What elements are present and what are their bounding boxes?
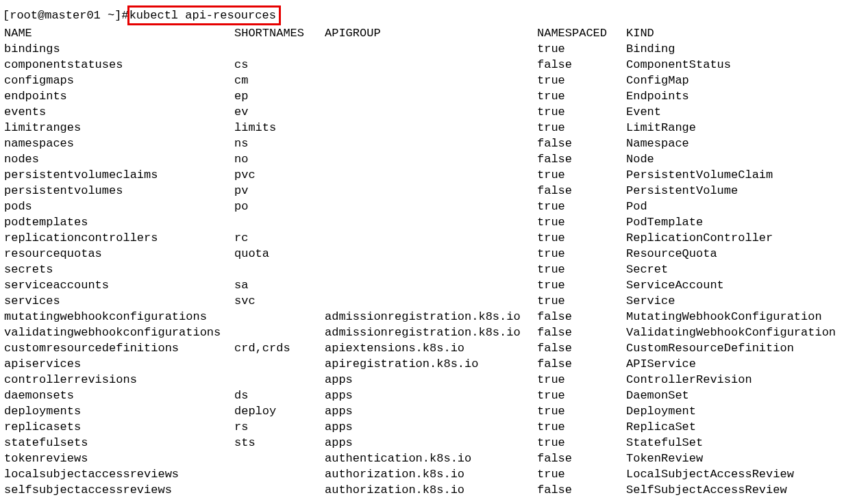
cell-ns: false bbox=[537, 325, 626, 340]
cell-name: endpoints bbox=[3, 88, 234, 104]
cell-kind: CustomResourceDefinition bbox=[626, 340, 841, 356]
cell-apigroup bbox=[325, 262, 537, 277]
cell-kind: ResourceQuota bbox=[626, 246, 841, 262]
cell-apigroup bbox=[325, 214, 537, 230]
table-row: namespacesnsfalseNamespace bbox=[3, 136, 841, 151]
cell-ns: false bbox=[537, 151, 626, 167]
cell-apigroup: apps bbox=[325, 435, 537, 451]
cell-ns: true bbox=[537, 262, 626, 277]
cell-short: deploy bbox=[234, 403, 325, 419]
cell-kind: Node bbox=[626, 151, 841, 167]
cell-short: rc bbox=[234, 230, 325, 246]
cell-short bbox=[234, 214, 325, 230]
cell-apigroup: apps bbox=[325, 419, 537, 435]
cell-apigroup bbox=[325, 104, 537, 120]
cell-short: cs bbox=[234, 57, 325, 73]
cell-short: po bbox=[234, 199, 325, 214]
cell-short bbox=[234, 451, 325, 466]
table-row: bindingstrueBinding bbox=[3, 41, 841, 57]
cell-kind: PersistentVolume bbox=[626, 183, 841, 199]
cell-apigroup bbox=[325, 277, 537, 293]
cell-ns: true bbox=[537, 372, 626, 388]
cell-ns: true bbox=[537, 419, 626, 435]
cell-short: sts bbox=[234, 435, 325, 451]
cell-short: svc bbox=[234, 293, 325, 309]
cell-name: localsubjectaccessreviews bbox=[3, 466, 234, 482]
header-short: SHORTNAMES bbox=[234, 25, 325, 41]
table-row: mutatingwebhookconfigurationsadmissionre… bbox=[3, 309, 841, 325]
cell-name: customresourcedefinitions bbox=[3, 340, 234, 356]
cell-kind: ControllerRevision bbox=[626, 372, 841, 388]
cell-name: secrets bbox=[3, 262, 234, 277]
cell-ns: true bbox=[537, 41, 626, 57]
cell-kind: ComponentStatus bbox=[626, 57, 841, 73]
table-row: componentstatusescsfalseComponentStatus bbox=[3, 57, 841, 73]
table-row: customresourcedefinitionscrd,crdsapiexte… bbox=[3, 340, 841, 356]
cell-name: pods bbox=[3, 199, 234, 214]
cell-ns: false bbox=[537, 482, 626, 498]
cell-kind: Pod bbox=[626, 199, 841, 214]
table-row: limitrangeslimitstrueLimitRange bbox=[3, 120, 841, 136]
cell-apigroup: authorization.k8s.io bbox=[325, 482, 537, 498]
command-text: kubectl api-resources bbox=[129, 9, 276, 22]
cell-short: sa bbox=[234, 277, 325, 293]
cell-apigroup: admissionregistration.k8s.io bbox=[325, 325, 537, 340]
table-row: eventsevtrueEvent bbox=[3, 104, 841, 120]
cell-name: limitranges bbox=[3, 120, 234, 136]
cell-short bbox=[234, 466, 325, 482]
cell-kind: APIService bbox=[626, 356, 841, 372]
table-row: selfsubjectaccessreviewsauthorization.k8… bbox=[3, 482, 841, 498]
cell-ns: true bbox=[537, 88, 626, 104]
cell-short bbox=[234, 41, 325, 57]
cell-name: bindings bbox=[3, 41, 234, 57]
cell-short: pv bbox=[234, 183, 325, 199]
cell-name: validatingwebhookconfigurations bbox=[3, 325, 234, 340]
table-row: replicasetsrsappstrueReplicaSet bbox=[3, 419, 841, 435]
cell-kind: SelfSubjectAccessReview bbox=[626, 482, 841, 498]
cell-name: configmaps bbox=[3, 73, 234, 88]
cell-short: ds bbox=[234, 388, 325, 403]
cell-name: replicasets bbox=[3, 419, 234, 435]
cell-kind: Event bbox=[626, 104, 841, 120]
cell-short bbox=[234, 372, 325, 388]
cell-apigroup: admissionregistration.k8s.io bbox=[325, 309, 537, 325]
cell-ns: true bbox=[537, 120, 626, 136]
table-row: controllerrevisionsappstrueControllerRev… bbox=[3, 372, 841, 388]
cell-short bbox=[234, 356, 325, 372]
cell-apigroup: authorization.k8s.io bbox=[325, 466, 537, 482]
cell-ns: true bbox=[537, 388, 626, 403]
cell-ns: true bbox=[537, 277, 626, 293]
table-row: apiservicesapiregistration.k8s.iofalseAP… bbox=[3, 356, 841, 372]
cell-kind: DaemonSet bbox=[626, 388, 841, 403]
cell-short: crd,crds bbox=[234, 340, 325, 356]
cell-ns: true bbox=[537, 466, 626, 482]
cell-short bbox=[234, 325, 325, 340]
cell-apigroup bbox=[325, 199, 537, 214]
cell-name: tokenreviews bbox=[3, 451, 234, 466]
header-name: NAME bbox=[3, 25, 234, 41]
cell-apigroup: apiregistration.k8s.io bbox=[325, 356, 537, 372]
header-ns: NAMESPACED bbox=[537, 25, 626, 41]
cell-name: selfsubjectaccessreviews bbox=[3, 482, 234, 498]
cell-name: statefulsets bbox=[3, 435, 234, 451]
cell-ns: true bbox=[537, 199, 626, 214]
cell-apigroup: apps bbox=[325, 403, 537, 419]
cell-kind: ServiceAccount bbox=[626, 277, 841, 293]
cell-short: ns bbox=[234, 136, 325, 151]
cell-kind: MutatingWebhookConfiguration bbox=[626, 309, 841, 325]
cell-name: replicationcontrollers bbox=[3, 230, 234, 246]
cell-name: namespaces bbox=[3, 136, 234, 151]
cell-ns: true bbox=[537, 403, 626, 419]
cell-name: daemonsets bbox=[3, 388, 234, 403]
cell-ns: true bbox=[537, 435, 626, 451]
cell-kind: Binding bbox=[626, 41, 841, 57]
table-row: statefulsetsstsappstrueStatefulSet bbox=[3, 435, 841, 451]
table-row: deploymentsdeployappstrueDeployment bbox=[3, 403, 841, 419]
cell-short: quota bbox=[234, 246, 325, 262]
cell-kind: ValidatingWebhookConfiguration bbox=[626, 325, 841, 340]
cell-name: podtemplates bbox=[3, 214, 234, 230]
cell-kind: ReplicationController bbox=[626, 230, 841, 246]
cell-ns: true bbox=[537, 230, 626, 246]
cell-kind: TokenReview bbox=[626, 451, 841, 466]
cell-short: pvc bbox=[234, 167, 325, 183]
